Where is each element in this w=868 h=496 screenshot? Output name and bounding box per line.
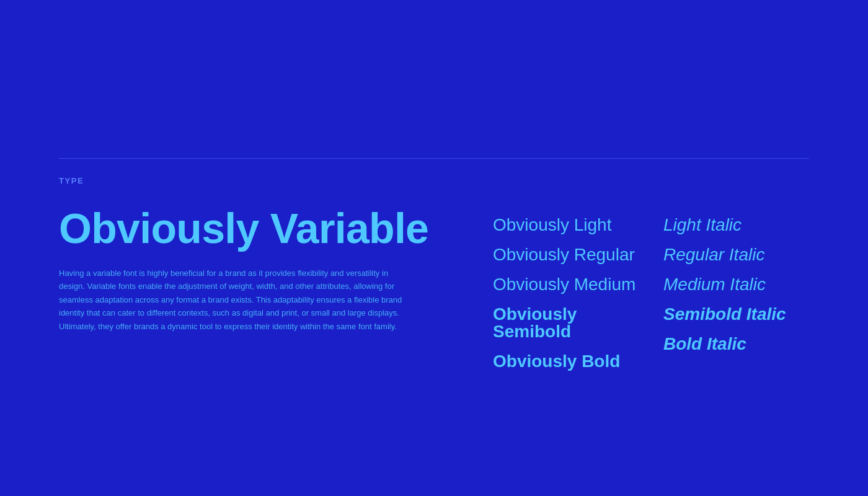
font-weight-medium: Obviously Medium xyxy=(493,270,639,299)
left-column: Obviously Variable Having a variable fon… xyxy=(59,205,456,333)
font-description: Having a variable font is highly benefic… xyxy=(59,267,406,333)
font-italic-bold: Bold Italic xyxy=(663,329,809,359)
weights-column: Obviously Light Obviously Regular Obviou… xyxy=(493,210,639,376)
content-area: TYPE Obviously Variable Having a variabl… xyxy=(59,158,809,376)
font-italic-regular: Regular Italic xyxy=(663,240,809,270)
right-section: Obviously Light Obviously Regular Obviou… xyxy=(493,205,809,376)
main-content: Obviously Variable Having a variable fon… xyxy=(59,205,809,376)
page-container: TYPE Obviously Variable Having a variabl… xyxy=(0,0,868,496)
section-label: TYPE xyxy=(59,176,809,185)
section-divider xyxy=(59,158,809,159)
font-title: Obviously Variable xyxy=(59,205,456,252)
font-weight-bold: Obviously Bold xyxy=(493,347,639,376)
font-weight-semibold: Obviously Semibold xyxy=(493,299,639,347)
font-weight-regular: Obviously Regular xyxy=(493,240,639,270)
font-italic-light: Light Italic xyxy=(663,210,809,240)
italics-column: Light Italic Regular Italic Medium Itali… xyxy=(663,210,809,376)
font-weight-light: Obviously Light xyxy=(493,210,639,240)
font-italic-medium: Medium Italic xyxy=(663,270,809,299)
font-italic-semibold: Semibold Italic xyxy=(663,299,809,329)
